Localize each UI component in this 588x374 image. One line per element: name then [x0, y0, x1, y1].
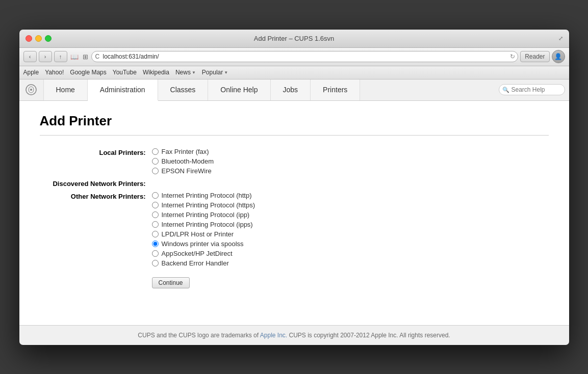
radio-ipp[interactable]	[152, 211, 159, 218]
radio-backend-error[interactable]	[152, 260, 159, 266]
cups-logo-icon	[25, 84, 37, 96]
radio-ipps[interactable]	[152, 221, 159, 228]
address-secure-icon: C	[95, 53, 100, 60]
radio-epson[interactable]	[152, 168, 159, 174]
other-network-row: Other Network Printers: Internet Printin…	[40, 192, 549, 267]
maximize-button[interactable]	[45, 35, 52, 42]
share-button[interactable]: ↑	[54, 51, 67, 62]
bookmarks-bar: Apple Yahoo! Google Maps YouTube Wikiped…	[19, 66, 569, 79]
continue-spacer	[40, 271, 152, 272]
close-button[interactable]	[25, 35, 32, 42]
minimize-button[interactable]	[35, 35, 42, 42]
continue-row: Continue	[40, 271, 549, 288]
option-windows-spoolss[interactable]: Windows printer via spoolss	[152, 240, 255, 248]
option-backend-error[interactable]: Backend Error Handler	[152, 259, 255, 267]
address-input[interactable]	[91, 51, 519, 62]
radio-appsocket[interactable]	[152, 250, 159, 257]
option-ipps[interactable]: Internet Printing Protocol (ipps)	[152, 221, 255, 228]
window-title: Add Printer – CUPS 1.6svn	[254, 35, 335, 42]
continue-button[interactable]: Continue	[152, 277, 190, 288]
divider	[40, 135, 549, 136]
other-network-label: Other Network Printers:	[40, 192, 152, 200]
reader-button[interactable]: Reader	[520, 51, 549, 62]
address-bar-container: C ↻	[91, 51, 519, 62]
cups-footer: CUPS and the CUPS logo are trademarks of…	[19, 325, 569, 345]
printer-form: Local Printers: Fax Printer (fax) Blueto…	[40, 148, 549, 288]
bookmark-news[interactable]: News ▼	[175, 69, 196, 76]
cups-search-area: 🔍	[495, 79, 569, 100]
traffic-lights	[25, 35, 52, 42]
profile-button[interactable]: 👤	[552, 50, 565, 63]
option-ipp[interactable]: Internet Printing Protocol (ipp)	[152, 211, 255, 219]
option-bluetooth[interactable]: Bluetooth-Modem	[152, 157, 214, 165]
title-bar: Add Printer – CUPS 1.6svn ⤢	[19, 30, 569, 48]
search-wrap: 🔍	[499, 84, 565, 95]
footer-apple-link[interactable]: Apple Inc.	[260, 332, 287, 339]
local-printers-row: Local Printers: Fax Printer (fax) Blueto…	[40, 148, 549, 175]
local-printers-label: Local Printers:	[40, 148, 152, 156]
tab-printers[interactable]: Printers	[311, 79, 360, 100]
footer-text-before: CUPS and the CUPS logo are trademarks of	[138, 332, 260, 339]
option-epson[interactable]: EPSON FireWire	[152, 167, 214, 175]
other-network-options: Internet Printing Protocol (http) Intern…	[152, 192, 255, 267]
option-lpd[interactable]: LPD/LPR Host or Printer	[152, 230, 255, 238]
radio-ipp-http[interactable]	[152, 192, 159, 199]
bookmark-youtube[interactable]: YouTube	[113, 69, 137, 76]
expand-icon[interactable]: ⤢	[558, 35, 563, 42]
browser-toolbar: ‹ › ↑ 📖 ⊞ C ↻ Reader 👤	[19, 48, 569, 66]
local-printers-options: Fax Printer (fax) Bluetooth-Modem EPSON …	[152, 148, 214, 175]
main-content: Add Printer Local Printers: Fax Printer …	[19, 101, 569, 325]
discovered-network-label: Discovered Network Printers:	[40, 179, 152, 188]
svg-point-1	[30, 89, 32, 91]
cups-tabs: Home Administration Classes Online Help …	[44, 79, 495, 100]
popular-arrow-icon: ▼	[224, 70, 228, 75]
forward-button[interactable]: ›	[39, 51, 52, 62]
tab-classes[interactable]: Classes	[158, 79, 209, 100]
bookmark-apple[interactable]: Apple	[23, 69, 39, 76]
cups-logo	[19, 79, 44, 100]
option-appsocket[interactable]: AppSocket/HP JetDirect	[152, 250, 255, 257]
radio-lpd[interactable]	[152, 231, 159, 237]
bookmark-wikipedia[interactable]: Wikipedia	[143, 69, 169, 76]
radio-ipp-https[interactable]	[152, 202, 159, 208]
refresh-icon[interactable]: ↻	[510, 53, 515, 60]
radio-bluetooth[interactable]	[152, 158, 159, 165]
browser-window: Add Printer – CUPS 1.6svn ⤢ ‹ › ↑ 📖 ⊞ C …	[19, 29, 570, 345]
bookmarks-icon[interactable]: 📖	[70, 53, 79, 61]
bookmark-googlemaps[interactable]: Google Maps	[70, 69, 106, 76]
tab-jobs[interactable]: Jobs	[271, 79, 311, 100]
option-ipp-http[interactable]: Internet Printing Protocol (http)	[152, 192, 255, 199]
option-fax[interactable]: Fax Printer (fax)	[152, 148, 214, 155]
page-title: Add Printer	[40, 113, 549, 129]
search-icon: 🔍	[502, 87, 509, 93]
tab-online-help[interactable]: Online Help	[208, 79, 270, 100]
bookmark-yahoo[interactable]: Yahoo!	[45, 69, 64, 76]
footer-text-after: CUPS is copyright 2007-2012 Apple Inc. A…	[287, 332, 450, 339]
grid-icon[interactable]: ⊞	[83, 53, 88, 61]
cups-nav: Home Administration Classes Online Help …	[19, 79, 569, 101]
radio-windows-spoolss[interactable]	[152, 241, 159, 247]
option-ipp-https[interactable]: Internet Printing Protocol (https)	[152, 201, 255, 209]
back-button[interactable]: ‹	[23, 51, 37, 62]
news-arrow-icon: ▼	[192, 70, 196, 75]
tab-home[interactable]: Home	[44, 79, 88, 100]
radio-fax[interactable]	[152, 148, 159, 155]
discovered-network-row: Discovered Network Printers:	[40, 179, 549, 188]
tab-administration[interactable]: Administration	[88, 79, 158, 101]
bookmark-popular[interactable]: Popular ▼	[202, 69, 228, 76]
